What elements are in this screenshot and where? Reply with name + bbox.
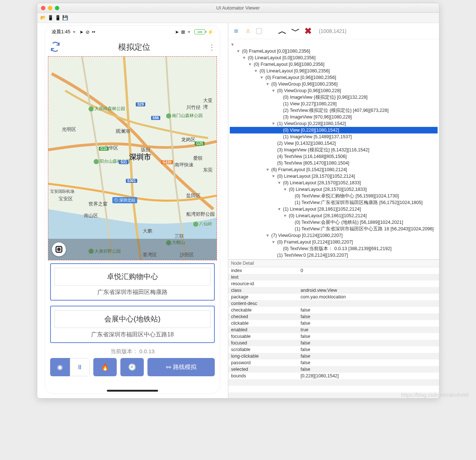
tree-row[interactable]: (1) TextView:0 [28,2124][193,2207] xyxy=(230,252,438,259)
tree-row[interactable]: ▾(0) FrameLayout [0,96][1080,2356] xyxy=(230,61,438,68)
map-district-label: 坂田 xyxy=(141,147,150,153)
fire-button[interactable]: 🔥 xyxy=(93,358,117,376)
map-district-label: 大鹏 xyxy=(143,228,152,234)
toggle-checkbox[interactable] xyxy=(256,28,262,34)
clear-icon[interactable]: ✖ xyxy=(304,26,312,36)
detail-header: Node Detail xyxy=(228,260,439,267)
map-airport-label: 宝安国际机场 xyxy=(50,189,74,194)
tree-row[interactable]: (1) ImageView [5,1489][137,1537] xyxy=(230,133,438,140)
tree-row[interactable]: ▾(0) LinearLayout [0,0][1080,2356] xyxy=(230,54,438,61)
app-bar: 模拟定位 ⋮ xyxy=(45,38,220,56)
tree-row[interactable]: (0) ImageView {模拟定位} [0,96][132,228] xyxy=(230,94,438,101)
wifi-small-icon: ᯤ xyxy=(72,29,77,35)
detail-row: text xyxy=(228,274,439,280)
expand-all-icon[interactable]: ⊞ xyxy=(233,27,240,35)
save-icon[interactable]: 💾 xyxy=(62,15,68,21)
tree-row[interactable]: ▾(7) ViewGroup [0,2124][1080,2207] xyxy=(230,232,438,239)
more-menu-icon[interactable]: ⋮ xyxy=(208,43,215,52)
tree-row[interactable]: (1) TextView:广东省深圳市福田区中心五路 18 [56,2043][… xyxy=(230,226,438,232)
map-district-label: 船湾郊野公园 xyxy=(186,211,215,218)
tree-row[interactable]: ▾(1) LinearLayout [28,1861][1052,2124] xyxy=(230,206,438,212)
home-indicator xyxy=(107,390,158,392)
locate-me-button[interactable] xyxy=(52,242,66,256)
stop-button[interactable]: ◉ xyxy=(50,358,70,376)
tree-row[interactable]: (1) TextView:广东省深圳市福田区梅康路 [56,1752][1024… xyxy=(230,199,438,206)
detail-value: true xyxy=(298,327,439,333)
tree-row[interactable]: ▾(0) ViewGroup [0,96][1080,2356] xyxy=(230,81,438,87)
tree-row[interactable]: ▾(0) LinearLayout [28,1861][1052,2124] xyxy=(230,212,438,219)
map-road-badge: G220 xyxy=(161,160,173,164)
map-district-label: 爱联 xyxy=(193,155,203,162)
hierarchy-toolbar: ⊞ ⚠ ︿ ﹀ ✖ (1008,1421) xyxy=(228,23,439,39)
tree-row[interactable]: ▾(1) ViewGroup [0,228][1080,1542] xyxy=(230,120,438,127)
prev-node-icon[interactable]: ︿ xyxy=(278,25,287,37)
tree-row[interactable]: (1) View [0,227][1080,228] xyxy=(230,101,438,107)
map-district-label: 东莞 xyxy=(203,167,213,173)
location-card[interactable]: 会展中心(地铁站) 广东省深圳市福田区中心五路18 xyxy=(50,306,215,343)
tree-row[interactable]: (0) TextView:卓悦汇购物中心 [56,1598][1024,1730… xyxy=(230,193,438,199)
detail-row: content-desc xyxy=(228,300,439,307)
map-district-label: 世界之窗 xyxy=(89,201,108,207)
window-title: UI Automator Viewer xyxy=(37,5,439,11)
detail-value: android.view.View xyxy=(298,287,439,294)
open-folder-icon[interactable]: 📂 xyxy=(40,15,46,21)
map-view[interactable]: 深圳市 ◎ 深圳北站 光明区观澜湖龙岗区龙华区坂田南坪快速盐田区宝安区世界之窗爱… xyxy=(48,56,217,260)
screenshot-pane: 凌晨1:45 ᯤ ➤ ⊘ •• ➤ ⊠ ᯤ 100 ⚡ xyxy=(37,23,228,398)
tree-row[interactable]: (0) View [0,228][1080,1542] xyxy=(230,127,438,133)
route-sim-button[interactable]: ⚯ 路线模拟 xyxy=(147,358,215,376)
detail-value: false xyxy=(298,346,439,353)
tree-row[interactable]: (0) TextView:当前版本： 0.0.13 [388,2139][691… xyxy=(230,245,438,252)
detail-row: classandroid.view.View xyxy=(228,287,439,294)
detail-row: enabledtrue xyxy=(228,327,439,333)
tree-row[interactable]: (4) TextView [116,1468][805,1506] xyxy=(230,153,438,160)
location-card[interactable]: 卓悦汇购物中心 广东省深圳市福田区梅康路 xyxy=(50,263,215,301)
detail-key: text xyxy=(228,274,298,280)
detail-value: false xyxy=(298,366,439,373)
detail-value xyxy=(298,280,439,287)
detail-value xyxy=(298,274,439,280)
card-title: 卓悦汇购物中心 xyxy=(55,268,210,286)
detail-row: long-clickablefalse xyxy=(228,353,439,359)
tree-row[interactable]: ▾(0) LinearLayout [28,1570][1052,1833] xyxy=(230,186,438,193)
clock-button[interactable]: 🕘 xyxy=(120,358,144,376)
map-road-badge: G15 xyxy=(99,147,109,151)
tree-row[interactable]: (3) ImageView {模拟定位} [6,1432][116,1542] xyxy=(230,147,438,153)
svg-point-2 xyxy=(58,248,60,250)
card-subtitle: 广东省深圳市福田区中心五路18 xyxy=(55,331,210,339)
map-park-label: 八仙岭 xyxy=(193,221,212,227)
tree-row[interactable]: ▾(0) LinearLayout [28,1570][1052,1833] xyxy=(230,180,438,186)
tree-row[interactable]: (2) View [0,1432][1080,1542] xyxy=(230,140,438,147)
tree-row[interactable]: ▾(0) FrameLayout [0,2124][1080,2207] xyxy=(230,239,438,245)
map-road-badge: G25 xyxy=(195,142,205,146)
naf-toggle-icon[interactable]: ⚠ xyxy=(244,27,252,35)
detail-key: enabled xyxy=(228,327,298,333)
refresh-icon[interactable] xyxy=(50,42,60,53)
map-district-label: 光明区 xyxy=(62,126,76,133)
tree-row[interactable]: (5) TextView [805,1470][1080,1504] xyxy=(230,160,438,166)
map-park-label: 大屏嶂森林公园 xyxy=(89,106,125,112)
app-toolbar: 📂 📱 📱 💾 xyxy=(37,13,439,23)
map-city-label: 深圳市 xyxy=(129,152,151,162)
tree-row[interactable]: (0) TextView:会展中心 (地铁站) [56,1889][1024,2… xyxy=(230,219,438,226)
tree-row[interactable]: ▾ xyxy=(230,41,438,48)
device-screenshot-icon[interactable]: 📱 xyxy=(48,15,53,21)
next-node-icon[interactable]: ﹀ xyxy=(291,25,300,37)
tree-row[interactable]: (3) ImageView [970,96][1080,228] xyxy=(230,114,438,120)
tree-row[interactable]: ▾(6) FrameLayout [0,1542][1080,2124] xyxy=(230,166,438,173)
map-district-label: 龙岗区 xyxy=(181,136,195,143)
hierarchy-tree[interactable]: ▾▾(0) FrameLayout [0,0][1080,2356]▾(0) L… xyxy=(228,39,439,259)
tree-row[interactable]: ▾(0) LinearLayout [28,1570][1052,2124] xyxy=(230,173,438,180)
detail-value: false xyxy=(298,320,439,327)
pause-button[interactable]: ⏸ xyxy=(70,358,90,376)
tree-row[interactable]: ▾(0) LinearLayout [0,96][1080,2356] xyxy=(230,68,438,74)
detail-value: 0 xyxy=(298,267,439,274)
tree-row[interactable]: (2) TextView:模拟定位 {模拟定位} [407,96][673,22… xyxy=(230,107,438,114)
tree-row[interactable]: ▾(0) FrameLayout [0,96][1080,2356] xyxy=(230,74,438,81)
tree-row[interactable]: ▾(0) ViewGroup [0,96][1080,228] xyxy=(230,87,438,94)
map-road-badge: S86 xyxy=(151,116,161,120)
map-road-badge: S301 xyxy=(126,179,137,183)
device-dump-icon[interactable]: 📱 xyxy=(55,15,61,21)
rotation-lock-icon: ⊠ xyxy=(181,29,185,35)
main-body: 凌晨1:45 ᯤ ➤ ⊘ •• ➤ ⊠ ᯤ 100 ⚡ xyxy=(37,23,439,398)
tree-row[interactable]: ▾(0) FrameLayout [0,0][1080,2356] xyxy=(230,48,438,54)
